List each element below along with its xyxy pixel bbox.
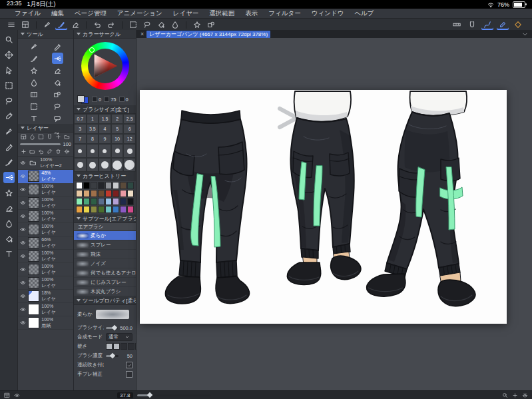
eye-icon[interactable] — [19, 306, 26, 312]
figure-subtool-icon[interactable] — [52, 89, 63, 100]
eraser-subtool-icon[interactable] — [52, 65, 63, 76]
eye-icon[interactable] — [19, 173, 26, 179]
layer-row[interactable]: 100%レイヤ — [18, 250, 73, 263]
plus-icon[interactable] — [21, 149, 27, 155]
menu-item-5[interactable]: 選択範囲 — [204, 9, 240, 18]
eye-icon[interactable] — [19, 200, 26, 206]
gear-icon[interactable] — [64, 149, 70, 155]
brush-size-cell[interactable]: 2.5 — [123, 114, 136, 124]
decoration-subtool-icon[interactable] — [28, 65, 39, 76]
eye-icon[interactable] — [19, 226, 26, 232]
layer-row[interactable]: 100%レイヤ — [18, 197, 73, 210]
eye-icon[interactable] — [19, 293, 26, 299]
tool-property-header[interactable]: ツールプロパティ[柔らか] — [74, 296, 136, 305]
brush-size-cell[interactable]: 9 — [99, 134, 111, 144]
tab-close-button[interactable]: × — [140, 31, 144, 37]
blend-icon[interactable] — [29, 134, 35, 140]
color-history-swatch[interactable] — [83, 182, 90, 189]
layer-row[interactable]: 100%レイヤ — [18, 223, 73, 236]
undo-icon[interactable] — [91, 20, 103, 30]
color-history-swatch[interactable] — [127, 190, 134, 197]
brush-size-cell[interactable] — [87, 144, 99, 158]
subtool-item[interactable]: にじみスプレー — [74, 278, 136, 287]
blend-subtool-icon[interactable] — [28, 77, 39, 88]
brush-size-cell[interactable]: 3 — [74, 124, 87, 134]
eye-icon[interactable] — [19, 280, 26, 286]
layer-row[interactable]: 100%レイヤ — [18, 276, 73, 290]
color-history-swatch[interactable] — [120, 182, 127, 189]
brush-size-cell[interactable]: 12 — [123, 134, 136, 144]
eyedropper-icon[interactable] — [47, 149, 53, 155]
eraser-tool-icon[interactable] — [3, 202, 15, 214]
hue-cursor[interactable] — [89, 47, 95, 53]
color-history-swatch[interactable] — [120, 190, 127, 197]
diamond-icon[interactable] — [512, 20, 524, 30]
pencil-subtool-icon[interactable] — [52, 41, 63, 52]
color-history-swatch[interactable] — [91, 182, 97, 189]
marquee-subtool-icon[interactable] — [28, 101, 39, 112]
hamburger-icon[interactable] — [5, 20, 17, 30]
color-history-swatch[interactable] — [120, 206, 127, 213]
eyedropper-tool-icon[interactable] — [3, 111, 15, 122]
color-history-swatch[interactable] — [113, 182, 119, 189]
zoom-tool-icon[interactable] — [3, 34, 15, 45]
property-checkbox[interactable] — [126, 362, 133, 368]
eye-icon[interactable] — [19, 213, 26, 219]
layout-icon[interactable] — [19, 20, 31, 30]
main-color-swatch[interactable] — [77, 95, 85, 103]
brush-size-cell[interactable] — [123, 144, 136, 158]
eye-icon[interactable] — [19, 160, 26, 166]
brush-size-cell[interactable] — [74, 144, 87, 158]
ruler-icon[interactable] — [451, 20, 463, 30]
move-tool-icon[interactable] — [3, 49, 15, 61]
blend-tool-icon[interactable] — [3, 218, 15, 229]
operate-tool-icon[interactable] — [3, 65, 15, 76]
menu-item-8[interactable]: ウィンドウ — [306, 9, 350, 18]
layout-icon[interactable] — [4, 392, 10, 398]
lasso-icon[interactable] — [141, 20, 153, 30]
subtool-item[interactable]: 柔らか — [74, 231, 136, 240]
color-history-swatch[interactable] — [83, 190, 90, 197]
lasso-subtool-icon[interactable] — [52, 101, 63, 112]
snap-icon[interactable] — [466, 20, 478, 30]
layer-row[interactable]: 100%レイヤ — [18, 183, 73, 197]
color-history-swatch[interactable] — [98, 206, 105, 213]
folder-icon[interactable] — [29, 149, 35, 155]
property-row-2[interactable]: 硬さ — [74, 342, 136, 351]
eye-icon[interactable] — [19, 240, 26, 246]
pen-subtool-icon[interactable] — [28, 41, 39, 52]
undo-icon[interactable] — [38, 149, 44, 155]
color-history-swatch[interactable] — [83, 198, 90, 205]
plus-icon[interactable] — [512, 392, 518, 398]
eraser-icon[interactable] — [69, 20, 81, 30]
menu-item-7[interactable]: フィルター — [263, 9, 306, 18]
brush-size-cell[interactable]: 0.7 — [74, 114, 87, 124]
layer-row[interactable]: 100%用紙 — [18, 316, 73, 330]
brush-size-cell[interactable] — [111, 144, 124, 158]
brush-subtool-icon[interactable] — [28, 53, 39, 64]
brush-size-cell[interactable] — [111, 158, 124, 172]
color-history-swatch[interactable] — [98, 190, 105, 197]
color-history-swatch[interactable] — [91, 206, 97, 213]
layout-icon[interactable] — [21, 134, 27, 140]
subtool-panel-header[interactable]: サブツール[エアブラシ] — [74, 214, 136, 223]
color-history-swatch[interactable] — [127, 198, 134, 205]
color-history-swatch[interactable] — [127, 206, 134, 213]
property-row-3[interactable]: ブラシ濃度50 — [74, 351, 136, 360]
property-row-5[interactable]: 手ブレ補正 — [74, 370, 136, 379]
brush-size-cell[interactable]: 6 — [123, 124, 136, 134]
pen-icon[interactable] — [41, 20, 53, 30]
color-panel-header[interactable]: カラーサークル — [74, 30, 136, 39]
color-history-swatch[interactable] — [91, 190, 97, 197]
color-history-swatch[interactable] — [105, 198, 112, 205]
balloon-subtool-icon[interactable] — [52, 113, 63, 124]
brush-size-cell[interactable] — [87, 158, 99, 172]
pen-tool-icon[interactable] — [3, 126, 15, 137]
redo-icon[interactable] — [105, 20, 117, 30]
menu-item-0[interactable]: ファイル — [9, 9, 46, 18]
layer-row[interactable]: 18%レイヤ — [18, 290, 73, 303]
color-history-swatch[interactable] — [76, 198, 83, 205]
subtool-item[interactable]: ノイズ — [74, 259, 136, 268]
color-history-header[interactable]: カラーヒストリー — [74, 172, 136, 181]
subtool-item[interactable]: スプレー — [74, 240, 136, 250]
